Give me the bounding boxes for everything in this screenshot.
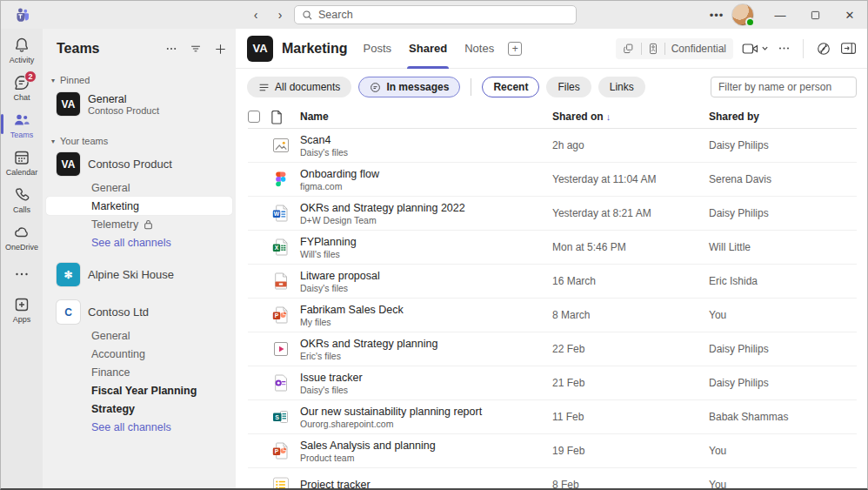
table-row[interactable]: PSales Analysis and planningProduct team… [248,434,857,468]
row-name-cell: Project tracker [300,479,552,488]
svg-text:P: P [275,448,279,454]
rail-item-teams[interactable]: Teams [1,107,43,144]
file-type-column-icon[interactable] [270,110,300,124]
tab-posts[interactable]: Posts [364,29,392,69]
team-item-contoso-ltd[interactable]: CContoso Ltd [43,298,236,326]
back-button[interactable]: ‹ [247,6,264,23]
rail-item-label: Activity [10,56,35,64]
sort-desc-icon: ↓ [606,111,611,122]
channel-item-marketing[interactable]: Marketing [46,197,232,215]
filter-button-in-messages[interactable]: In messages [358,77,460,97]
table-row[interactable]: Onboarding flowfigma.comYesterday at 11:… [248,163,857,197]
column-header-shared-by[interactable]: Shared by [709,111,857,123]
channel-item-accounting[interactable]: Accounting [46,345,232,363]
filter-button-label: All documents [275,81,340,93]
channel-item-general[interactable]: General [46,178,232,197]
shared-on-value: Mon at 5:46 PM [552,241,709,253]
row-name-cell: FYPlanningWill's files [300,236,552,259]
shared-on-value: Yesterday at 8:21 AM [552,207,709,219]
phone-icon [13,186,30,204]
channel-header: VA Marketing PostsSharedNotes + [236,29,867,69]
close-button[interactable]: ✕ [832,1,867,29]
pinned-section-header[interactable]: ▾Pinned [43,69,236,89]
rail-item-more[interactable] [1,257,43,292]
copilot-icon[interactable] [816,41,831,57]
minimize-button[interactable]: — [763,1,798,29]
add-tab-button[interactable]: + [508,42,522,56]
forward-button[interactable]: › [271,6,289,23]
channel-item-general[interactable]: General [46,326,232,345]
meet-button[interactable] [742,42,769,56]
see-all-channels-link[interactable]: See all channels [46,418,232,436]
video-icon [270,339,291,359]
search-box[interactable] [294,5,577,24]
your-teams-section-header[interactable]: ▾Your teams [43,130,236,150]
column-header-shared-on[interactable]: Shared on↓ [552,111,709,123]
file-location: Eric's files [300,351,552,361]
table-row[interactable]: OKRs and Strategy planningEric's files22… [248,332,857,366]
row-icon-cell [270,169,300,190]
channel-item-telemetry[interactable]: Telemetry [46,215,232,233]
shared-on-value: 22 Feb [552,343,709,355]
pinned-channel-item[interactable]: VAGeneralContoso Product [43,89,236,121]
rail-item-apps[interactable]: Apps [1,292,43,329]
tab-shared[interactable]: Shared [409,29,447,69]
row-name-cell: Fabrikam Sales DeckMy files [300,304,552,327]
filter-pill-links[interactable]: Links [598,77,645,97]
svg-text:S: S [275,414,279,420]
table-row[interactable]: PFabrikam Sales DeckMy files8 MarchYou [248,299,857,332]
svg-text:W: W [274,211,280,217]
team-avatar: ✻ [57,263,80,286]
maximize-button[interactable] [798,1,832,29]
table-row[interactable]: WOKRs and Strategy planning 2022D+W Desi… [248,197,857,231]
table-filter-input[interactable] [711,77,857,97]
team-item-contoso-product[interactable]: VAContoso Product [43,150,236,178]
section-label: Pinned [60,75,90,85]
table-row[interactable]: SOur new sustainability planning reportO… [248,400,857,434]
filter-button-all-documents[interactable]: All documents [247,77,351,97]
tab-notes[interactable]: Notes [464,29,494,69]
shared-by-value: Serena Davis [709,173,857,185]
filter-pill-files[interactable]: Files [546,77,591,97]
filter-pill-recent[interactable]: Recent [482,77,539,97]
table-row[interactable]: XFYPlanningWill's filesMon at 5:46 PMWil… [248,231,857,265]
sidebar-add-icon[interactable] [214,43,227,56]
open-pane-icon[interactable] [840,42,857,55]
table-row[interactable]: Scan4Daisy's files2h agoDaisy Philips [248,129,857,163]
rail-item-label: Chat [13,93,30,102]
chat-bubble-icon [370,82,381,93]
file-name: OKRs and Strategy planning 2022 [300,202,552,214]
dots-icon [13,265,30,283]
avatar[interactable] [731,3,754,26]
sidebar-filter-icon[interactable] [190,43,202,55]
rail-item-activity[interactable]: Activity [1,32,43,70]
file-name: Sales Analysis and planning [300,440,552,452]
rail-item-onedrive[interactable]: OneDrive [1,219,43,257]
table-row[interactable]: Issue trackerDaisy's files21 FebDaisy Ph… [248,366,857,400]
rail-item-chat[interactable]: 2Chat [1,70,43,107]
rail-item-calls[interactable]: Calls [1,182,43,219]
filter-divider [471,78,471,96]
shared-files-table: Name Shared on↓ Shared by Scan4Daisy's f… [236,105,867,488]
pinned-channel-title: General [88,93,159,105]
search-input[interactable] [318,9,569,21]
see-all-channels-link[interactable]: See all channels [46,233,232,252]
channel-item-fiscal-year-planning[interactable]: Fiscal Year Planning [46,381,232,399]
team-name: Contoso Product [88,158,172,171]
select-all-checkbox[interactable] [248,111,260,123]
channel-item-finance[interactable]: Finance [46,363,232,381]
channel-label: General [91,330,130,342]
column-header-name[interactable]: Name [300,111,552,123]
shared-on-value: 2h ago [552,139,709,151]
header-more-icon[interactable] [778,42,791,55]
sensitivity-badge[interactable]: Confidential [616,38,733,59]
rail-item-calendar[interactable]: Calendar [1,144,43,182]
row-name-cell: OKRs and Strategy planning 2022D+W Desig… [300,202,552,225]
title-bar: ‹ › ••• — ✕ [1,1,867,29]
team-item-alpine-ski-house[interactable]: ✻Alpine Ski House [43,260,236,289]
sidebar-more-icon[interactable] [165,43,177,55]
channel-item-strategy[interactable]: Strategy [46,399,232,418]
table-row[interactable]: Litware proposalDaisy's files16 MarchEri… [248,265,857,299]
table-row[interactable]: Project tracker8 FebYou [248,468,857,488]
titlebar-more-icon[interactable]: ••• [702,9,731,22]
